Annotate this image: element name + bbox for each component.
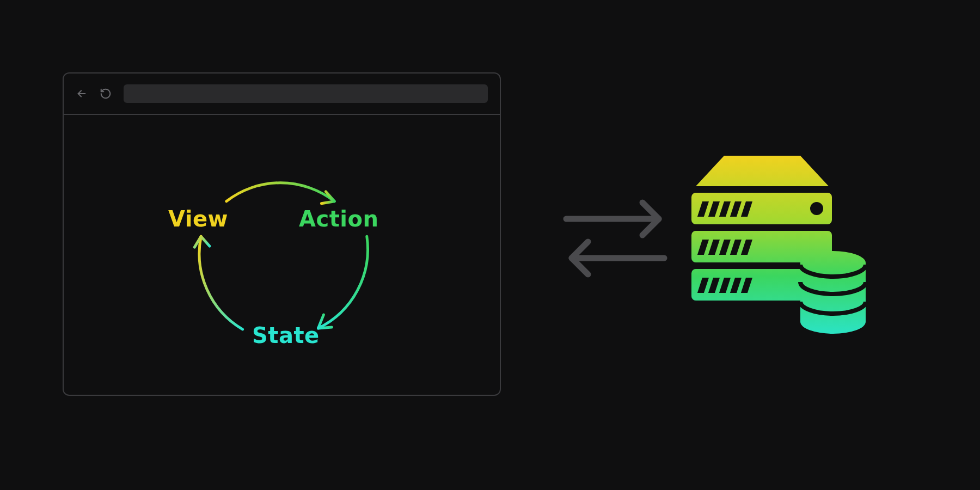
arrow-action-to-state — [318, 236, 367, 328]
arrow-state-to-view — [194, 236, 242, 329]
svg-point-10 — [810, 202, 823, 215]
node-state: State — [252, 323, 320, 348]
arrow-view-to-action — [226, 183, 334, 204]
arrow-left-icon — [572, 242, 664, 274]
cycle-diagram: View Action State — [64, 115, 500, 395]
node-action: Action — [299, 206, 378, 231]
node-view: View — [168, 206, 228, 231]
back-icon — [76, 88, 88, 100]
browser-toolbar — [64, 74, 500, 115]
browser-window: View Action State — [63, 72, 501, 396]
exchange-arrows — [555, 193, 675, 283]
arrow-right-icon — [566, 203, 659, 235]
server-stack-icon — [691, 156, 882, 341]
address-bar — [124, 84, 488, 103]
reload-icon — [100, 88, 112, 100]
cycle-arrows — [64, 115, 500, 395]
